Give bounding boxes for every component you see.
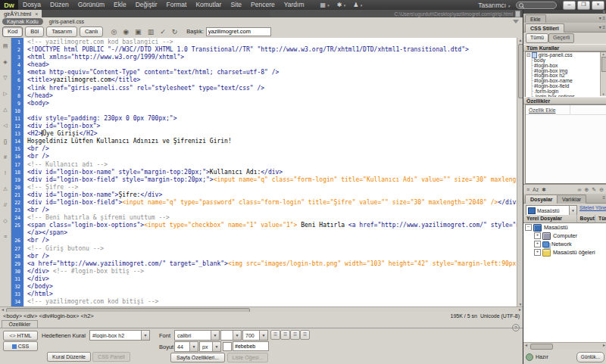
code-view-button[interactable]: Kod [2, 26, 23, 37]
menu-komutlar[interactable]: Komutlar [191, 0, 226, 10]
code-line[interactable]: 4<head> [11, 61, 517, 69]
unit-select[interactable]: px▼ [199, 341, 221, 352]
code-line[interactable]: 33</html> [11, 291, 517, 298]
wrap-tag-icon[interactable]: ◇ [3, 213, 7, 229]
balance-braces-icon[interactable]: {} [4, 133, 8, 149]
highlight-invalid-code-icon[interactable]: ! [5, 165, 6, 181]
col-type[interactable]: Tür [595, 215, 606, 222]
edit-style-icon[interactable]: ✎ [592, 187, 596, 193]
validate-icon[interactable]: ✓ [160, 28, 166, 36]
rules-scrollbar[interactable]: ▲▼ [600, 52, 606, 96]
menu-görünüm[interactable]: Görünüm [73, 0, 109, 10]
list-item-button[interactable]: Liste Öğesi... [227, 353, 268, 362]
code-line[interactable]: 30</div> <!-- #login-box bitiş --> [11, 268, 517, 275]
format-source-icon[interactable]: ≡ [4, 229, 7, 244]
color-swatch[interactable] [223, 342, 232, 351]
code-line[interactable]: 20<!-- Şifre --> [11, 184, 517, 191]
close-button[interactable]: × [592, 1, 604, 10]
code-line[interactable]: 22<div id="login-box-field"><input name=… [11, 199, 517, 207]
menu-ekle[interactable]: Ekle [109, 0, 131, 10]
gear-icon[interactable]: ✱ ▾ [337, 2, 345, 8]
menu-yardım[interactable]: Yardım [280, 0, 309, 10]
collapse-icon[interactable]: − [525, 224, 532, 231]
restore-button[interactable]: ❐ [577, 1, 590, 10]
code-line[interactable]: 7<link href="giris-paneli.css" rel="styl… [11, 85, 517, 92]
code-line[interactable]: 1<!-- yazilimogret.com kod baslangici --… [11, 39, 517, 46]
color-hex-input[interactable] [233, 341, 269, 351]
code-line[interactable]: 11<div style="padding: 230px 0 0px 700px… [11, 115, 517, 123]
code-line[interactable]: </a></span> [11, 229, 517, 237]
split-view-button[interactable]: Böl [25, 26, 44, 37]
site-select[interactable]: Masaüstü▼ [526, 205, 577, 216]
code-line[interactable]: 26<br /> [11, 237, 517, 244]
size-select[interactable]: 44▼ [174, 341, 198, 352]
show-category-view-icon[interactable]: ≡ [526, 187, 529, 193]
live-view-button[interactable]: Canlı [80, 26, 104, 37]
css-styles-tab[interactable]: CSS Stilleri [525, 23, 564, 33]
multiscreen-icon[interactable]: ▥ [148, 28, 155, 36]
code-line[interactable]: 17<!-- Kullanıcı adı --> [11, 161, 517, 169]
expand-icon[interactable]: + [534, 241, 541, 247]
code-line[interactable]: 31</div> [11, 275, 517, 283]
source-code-button[interactable]: Kaynak Kodu [2, 18, 43, 25]
file-tree-item[interactable]: −Masaüstü [523, 223, 606, 232]
filter-icon[interactable] [513, 20, 519, 23]
syntax-error-alerts-icon[interactable]: ⚠ [3, 181, 8, 197]
file-tree-item[interactable]: +Computer [523, 232, 606, 240]
select-parent-tag-icon[interactable]: ◁ [3, 117, 7, 133]
apply-comment-icon[interactable]: // [4, 197, 7, 213]
col-local-files[interactable]: Yerel Dosyalar [523, 215, 577, 222]
code-line[interactable]: 29<a href="http://www.yazilimogret.com/"… [11, 260, 517, 268]
live-code-icon[interactable]: ◉ [123, 28, 129, 36]
code-line[interactable]: 19<div id="login-box-field" style="margi… [11, 176, 517, 184]
code-line[interactable]: 2<!DOCTYPE html PUBLIC "-//W3C//DTD XHTM… [11, 46, 517, 54]
expand-icon[interactable]: + [534, 249, 541, 256]
document-tab[interactable]: girÅŸi.html × [0, 10, 42, 17]
page-properties-button[interactable]: Sayfa Özellikleri... [170, 353, 225, 362]
code-line[interactable]: 8</head> [11, 92, 517, 100]
vertical-scrollbar[interactable]: ▲▼ [517, 38, 523, 306]
all-rules-toggle[interactable]: Tümü [526, 33, 548, 43]
open-documents-icon[interactable]: ▤ [3, 38, 8, 54]
show-set-properties-icon[interactable]: ✱ [542, 187, 546, 193]
css-panel-button[interactable]: CSS Paneli [92, 352, 130, 362]
code-line[interactable]: 5<meta http-equiv="Content-Type" content… [11, 69, 517, 76]
attach-stylesheet-icon[interactable]: ∞ [577, 187, 581, 193]
code-line[interactable]: 6<title>yazilimogret.com</title> [11, 76, 517, 84]
code-line[interactable]: 18<div id="login-box-name" style="margin… [11, 169, 517, 176]
local-files-tree[interactable]: −Masaüstü+Computer+Network+Masaüstü öğel… [523, 222, 606, 343]
show-list-view-icon[interactable]: Az [533, 187, 539, 193]
align-right-button[interactable]: ☰ [290, 330, 300, 340]
live-view-nav-icon[interactable]: ◎ [111, 28, 117, 36]
collapse-full-tag-icon[interactable]: ▽ [3, 70, 7, 86]
code-line[interactable]: 27<!-- Giriş butonu --> [11, 245, 517, 253]
menu-dosya[interactable]: Dosya [18, 0, 45, 10]
delete-css-rule-icon[interactable]: ⊖ [599, 187, 604, 193]
code-line[interactable]: 9<body> [11, 100, 517, 107]
panel-menu-icon[interactable]: ≡ [602, 195, 605, 200]
font-select[interactable]: calibri▼ [174, 330, 220, 341]
col-size[interactable]: Boyut [577, 215, 596, 222]
html-mode-button[interactable]: <>HTML [3, 331, 38, 341]
minimize-button[interactable]: ‒ [563, 1, 576, 10]
files-hscrollbar[interactable]: ◄ ► [523, 342, 606, 350]
log-button[interactable]: Günlük... [576, 352, 604, 362]
code-line[interactable]: 10 [11, 107, 517, 115]
design-view-button[interactable]: Tasarım [46, 26, 77, 37]
inspect-icon[interactable]: ▣ [135, 28, 142, 36]
search-input[interactable] [516, 2, 557, 9]
layout-grid-icon[interactable]: ▦ ▾ [320, 2, 330, 8]
collapse-selection-icon[interactable]: ▷ [3, 86, 7, 101]
code-line[interactable]: 28<br /> [11, 253, 517, 260]
code-line[interactable]: 15<br /> [11, 145, 517, 153]
align-justify-button[interactable]: ☰ [300, 330, 310, 340]
menu-site[interactable]: Site [226, 0, 246, 10]
code-navigator-icon[interactable]: ◈ [3, 54, 7, 70]
code-line[interactable]: 32</body> [11, 283, 517, 291]
workspace-switcher[interactable]: Tasarımcı ▾ [478, 2, 510, 9]
css-mode-button[interactable]: CSS [3, 341, 38, 351]
code-line[interactable]: 21<div id="login-box-name">Şifre:</div> [11, 191, 517, 199]
code-line[interactable]: 25<span class="login-box-options"><input… [11, 222, 517, 229]
menu-değiştir[interactable]: Değiştir [131, 0, 162, 10]
current-rules-toggle[interactable]: Geçerli [548, 33, 574, 43]
